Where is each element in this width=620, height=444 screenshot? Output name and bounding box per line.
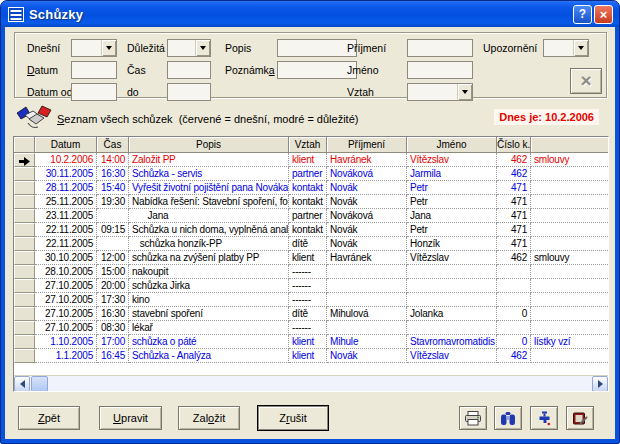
table-row[interactable]: 22.11.2005 schůzka honzík-PPdítěNovákHon…	[14, 237, 608, 251]
table-cell: 16:30	[97, 167, 129, 181]
table-row[interactable]: 28.11.200515:40Vyřešit životní pojištění…	[14, 181, 608, 195]
row-selector[interactable]	[14, 279, 35, 293]
scroll-left-button[interactable]	[14, 376, 30, 392]
table-cell: Vyřešit životní pojištění pana Nováka	[129, 181, 289, 195]
column-header-cas[interactable]: Čas	[97, 137, 129, 153]
table-row[interactable]: 28.10.200515:00nakoupit------	[14, 265, 608, 279]
header-selector	[14, 137, 35, 153]
column-header-datum[interactable]: Datum	[35, 137, 97, 153]
window: Schůzky ? × Dnešní Důležitá Popis Příjme…	[0, 0, 620, 444]
current-record-arrow-icon	[19, 157, 30, 166]
column-header-vztah[interactable]: Vztah	[289, 137, 327, 153]
notes-button[interactable]	[566, 406, 594, 430]
table-cell: partner	[289, 209, 327, 223]
datum-od-input[interactable]	[71, 83, 117, 101]
row-selector[interactable]	[14, 237, 35, 251]
table-row[interactable]: 27.10.200516:30stavební spořenídítěMihul…	[14, 307, 608, 321]
table-cell	[97, 209, 129, 223]
table-cell: 462	[497, 167, 531, 181]
column-header-popis[interactable]: Popis	[129, 137, 289, 153]
table-cell: dítě	[289, 307, 327, 321]
dulezita-label: Důležitá	[127, 39, 165, 57]
search-button[interactable]	[494, 406, 522, 430]
chevron-down-icon[interactable]	[101, 40, 116, 56]
row-selector[interactable]	[14, 181, 35, 195]
table-row[interactable]: 25.11.200519:30Nabídka řešení: Stavební …	[14, 195, 608, 209]
table-cell: 471	[497, 237, 531, 251]
table-cell: Novák	[327, 181, 407, 195]
table-cell	[531, 181, 608, 195]
table-row[interactable]: 1.10.200517:00schůzka o pátéklientMihule…	[14, 335, 608, 349]
table-cell: partner	[289, 167, 327, 181]
table-cell: 1.10.2005	[35, 335, 97, 349]
row-selector[interactable]	[14, 265, 35, 279]
row-selector[interactable]	[14, 251, 35, 265]
filter-off-button[interactable]	[530, 406, 558, 430]
create-button[interactable]: Založit	[178, 406, 240, 430]
upozorneni-combobox[interactable]	[543, 39, 589, 57]
row-selector[interactable]	[14, 349, 35, 363]
print-button[interactable]	[459, 406, 487, 430]
cancel-button[interactable]: Zrušit	[257, 405, 329, 431]
dnesni-combobox[interactable]	[71, 39, 117, 57]
chevron-down-icon[interactable]	[573, 40, 588, 56]
edit-button[interactable]: Upravit	[99, 406, 162, 430]
dulezita-combobox[interactable]	[167, 39, 211, 57]
row-selector[interactable]	[14, 209, 35, 223]
column-header-cislo[interactable]: Číslo k.	[497, 137, 531, 153]
horizontal-scrollbar[interactable]	[14, 375, 608, 391]
list-heading: Seznam všech schůzek (červené = dnešní, …	[57, 113, 358, 125]
table-cell: 22.11.2005	[35, 237, 97, 251]
table-cell	[407, 279, 497, 293]
cas-input[interactable]	[167, 61, 211, 79]
window-list-icon	[8, 7, 24, 22]
row-selector[interactable]	[14, 293, 35, 307]
scrollbar-thumb[interactable]	[31, 376, 48, 392]
jmeno-input[interactable]	[407, 61, 473, 79]
row-selector[interactable]	[14, 321, 35, 335]
row-selector[interactable]	[14, 195, 35, 209]
table-cell: 10.2.2006	[35, 153, 97, 167]
table-cell	[531, 279, 608, 293]
table-cell: 28.11.2005	[35, 181, 97, 195]
table-cell: 23.11.2005	[35, 209, 97, 223]
table-row[interactable]: 27.10.200520:00schůzka Jirka------	[14, 279, 608, 293]
row-selector[interactable]	[14, 335, 35, 349]
table-cell: kontakt	[289, 223, 327, 237]
row-selector[interactable]	[14, 307, 35, 321]
datum-label: Datum	[27, 61, 58, 79]
table-row[interactable]: 27.10.200517:30kino------	[14, 293, 608, 307]
table-row[interactable]: 10.2.200614:00Založit PPklientHavránekVí…	[14, 153, 608, 167]
table-cell: lístky vzí	[531, 335, 608, 349]
table-cell: 462	[497, 251, 531, 265]
close-button[interactable]: ×	[594, 5, 613, 24]
table-row[interactable]: 27.10.200508:30lékař------	[14, 321, 608, 335]
popis-input[interactable]	[277, 39, 357, 57]
chevron-down-icon[interactable]	[457, 84, 472, 100]
help-button[interactable]: ?	[573, 5, 592, 24]
table-row[interactable]: 23.11.2005 JanapartnerNovákováJana471	[14, 209, 608, 223]
table-row[interactable]: 30.10.200512:00schůzka na zvýšení platby…	[14, 251, 608, 265]
chevron-down-icon[interactable]	[195, 40, 210, 56]
table-row[interactable]: 22.11.200509:15Schůzka u nich doma, vypl…	[14, 223, 608, 237]
prijmeni-input[interactable]	[407, 39, 473, 57]
table-cell	[531, 307, 608, 321]
clear-filter-button[interactable]: ×	[570, 68, 602, 94]
datum-input[interactable]	[71, 61, 117, 79]
table-row[interactable]: 30.11.200516:30Schůzka - servispartnerNo…	[14, 167, 608, 181]
column-header-prijmeni[interactable]: Příjmení	[327, 137, 407, 153]
table-row[interactable]: 1.1.200516:45Schůzka - AnalýzaklientNová…	[14, 349, 608, 363]
poznamka-input[interactable]	[277, 61, 357, 79]
current-row-selector[interactable]	[14, 153, 35, 167]
vztah-combobox[interactable]	[407, 83, 473, 101]
row-selector[interactable]	[14, 167, 35, 181]
table-cell: Honzík	[407, 237, 497, 251]
row-selector[interactable]	[14, 223, 35, 237]
scroll-right-button[interactable]	[592, 376, 608, 392]
do-input[interactable]	[167, 83, 211, 101]
titlebar[interactable]: Schůzky ? ×	[1, 1, 619, 27]
column-header-jmeno[interactable]: Jméno	[407, 137, 497, 153]
table-cell: 462	[497, 153, 531, 167]
back-button[interactable]: Zpět	[18, 406, 80, 430]
notebook-icon	[572, 411, 588, 426]
